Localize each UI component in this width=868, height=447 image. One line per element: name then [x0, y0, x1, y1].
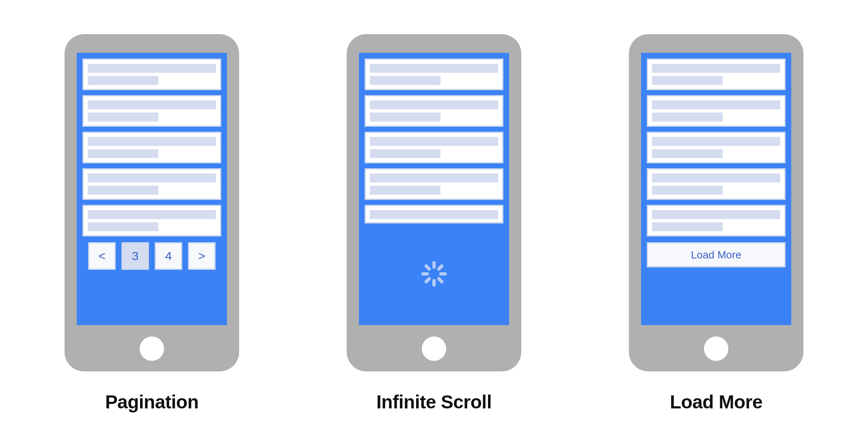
phone-frame-infinite — [347, 34, 521, 371]
placeholder-line — [652, 76, 723, 85]
caption-pagination: Pagination — [105, 391, 199, 413]
placeholder-line — [652, 113, 723, 122]
pager-prev-button[interactable]: < — [88, 242, 116, 270]
placeholder-line — [652, 64, 780, 73]
placeholder-line — [88, 113, 158, 122]
placeholder-line — [370, 76, 440, 85]
pagination-column: < 3 4 > Pagination — [65, 34, 239, 413]
diagram-container: < 3 4 > Pagination — [48, 34, 820, 413]
loading-spinner-icon — [421, 261, 447, 286]
placeholder-line — [370, 210, 498, 219]
placeholder-line — [370, 186, 440, 195]
list-item — [365, 95, 503, 127]
list-item — [647, 132, 786, 163]
list-item — [82, 95, 221, 127]
placeholder-line — [88, 186, 158, 195]
load-more-button[interactable]: Load More — [647, 242, 786, 267]
pagination-controls: < 3 4 > — [82, 242, 221, 270]
infinite-scroll-column: Infinite Scroll — [347, 34, 521, 413]
load-more-column: Load More Load More — [629, 34, 803, 413]
placeholder-line — [88, 149, 158, 158]
placeholder-line — [88, 174, 216, 182]
phone-screen-loadmore: Load More — [641, 53, 791, 325]
caption-load-more: Load More — [670, 391, 762, 413]
list-item — [365, 205, 503, 224]
placeholder-line — [652, 210, 780, 219]
list-item — [647, 95, 786, 127]
phone-screen-infinite — [359, 53, 509, 325]
placeholder-line — [652, 186, 723, 195]
placeholder-line — [88, 64, 216, 73]
placeholder-line — [370, 174, 498, 182]
pager-page-3-button[interactable]: 3 — [121, 242, 149, 270]
phone-frame-pagination: < 3 4 > — [65, 34, 239, 371]
list-item — [82, 205, 221, 237]
list-item — [365, 132, 503, 163]
placeholder-line — [88, 210, 216, 219]
placeholder-line — [652, 149, 723, 158]
list-item — [647, 59, 786, 90]
placeholder-line — [652, 222, 723, 231]
placeholder-line — [88, 100, 216, 109]
placeholder-line — [652, 174, 780, 182]
placeholder-line — [88, 222, 158, 231]
placeholder-line — [370, 137, 498, 146]
list-item — [647, 205, 786, 237]
list-item — [82, 59, 221, 90]
phone-screen-pagination: < 3 4 > — [77, 53, 227, 325]
placeholder-line — [652, 137, 780, 146]
placeholder-line — [88, 76, 158, 85]
placeholder-line — [88, 137, 216, 146]
list-item — [82, 132, 221, 163]
placeholder-line — [370, 149, 440, 158]
caption-infinite-scroll: Infinite Scroll — [376, 391, 492, 413]
pager-next-button[interactable]: > — [188, 242, 216, 270]
list-item — [365, 59, 503, 90]
loading-area — [365, 228, 503, 319]
placeholder-line — [370, 113, 440, 122]
list-item — [647, 168, 786, 200]
placeholder-line — [652, 100, 780, 109]
list-item — [365, 168, 503, 200]
pager-page-4-button[interactable]: 4 — [155, 242, 182, 270]
placeholder-line — [370, 100, 498, 109]
placeholder-line — [370, 64, 498, 73]
list-item — [82, 168, 221, 200]
phone-frame-loadmore: Load More — [629, 34, 803, 371]
